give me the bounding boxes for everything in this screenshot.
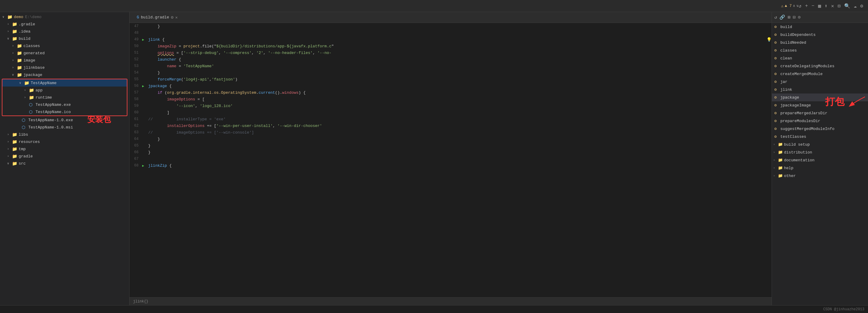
tree-item-classes[interactable]: › 📁 classes [0,42,129,50]
gradle-task-jpackage[interactable]: ⚙ jpackage [772,93,868,101]
code-line-53: 53 name = 'TestAppName' [129,63,772,69]
gradle-task-build[interactable]: ⚙ build [772,23,868,31]
tree-item-build[interactable]: ∨ 📁 build [0,35,129,42]
tree-item-image[interactable]: › 📁 image [0,57,129,64]
section-icon-documentation: 📁 [778,158,784,163]
editor-tab-build-gradle[interactable]: G build.gradle ⚙ ✕ [133,12,181,23]
warning-indicator[interactable]: ⚠ ▲ 7 ∧ ∨ [781,4,799,8]
gradle-section-build-setup[interactable]: › 📁 build setup [772,141,868,148]
task-icon-prepareModulesDir: ⚙ [774,118,780,123]
warning-up-icon[interactable]: ∧ [793,4,795,8]
task-label-suggestMergedModuleInfo: suggestMergedModuleInfo [780,126,834,131]
gradle-expand-icon[interactable]: ⊞ [787,15,790,20]
code-line-48: 48 [129,30,772,36]
task-icon-jlink: ⚙ [774,87,780,92]
task-icon-build: ⚙ [774,24,780,29]
tree-item-tmp[interactable]: › 📁 tmp [0,145,129,152]
root-path: E:\demo [25,15,41,19]
section-label-help: help [784,166,793,170]
task-icon-createMergedModule: ⚙ [774,72,780,76]
tree-label-jlinkbase: jlinkbase [24,65,44,70]
tab-settings-icon[interactable]: ⚙ [171,15,173,20]
tab-close-btn[interactable]: ✕ [175,15,178,20]
code-content[interactable]: 47 } 48 49 ▶ jlink { 💡 [129,23,772,297]
tree-label-resources: resources [19,140,40,144]
warning-icon: ⚠ [781,4,784,8]
task-icon-prepareMergedJarsDir: ⚙ [774,111,780,115]
tree-item-libs[interactable]: › 📁 libs [0,131,129,138]
gradle-filter-icon[interactable]: ⊙ [798,15,801,20]
gradle-task-buildNeeded[interactable]: ⚙ buildNeeded [772,38,868,47]
add-icon[interactable]: + [805,3,808,9]
tree-label-gradle: .gradle [19,22,35,27]
section-label-other: other [784,174,796,178]
gradle-task-jpackageImage[interactable]: ⚙ jpackageImage [772,101,868,109]
gradle-task-suggestMergedModuleInfo[interactable]: ⚙ suggestMergedModuleInfo [772,125,868,133]
tree-item-runtime[interactable]: › 📁 runtime [2,94,127,101]
gradle-collapse-icon[interactable]: ⊟ [793,15,796,20]
gradle-section-other[interactable]: › 📁 other [772,172,868,180]
code-line-64: 64 } [129,136,772,142]
tree-root[interactable]: ∨ 📁 demo E:\demo [0,13,129,21]
gradle-task-createDelegatingModules[interactable]: ⚙ createDelegatingModules [772,62,868,70]
tree-item-jpackage[interactable]: ∨ 📁 jpackage [0,71,129,78]
task-label-buildNeeded: buildNeeded [780,40,806,45]
root-label: demo [14,15,23,19]
tree-item-app[interactable]: › 📁 app [2,87,127,94]
tree-item-TestAppName-10-exe[interactable]: ⬡ TestAppName-1.0.exe ← [0,116,129,124]
tree-item-TestAppName-exe[interactable]: ⬡ TestAppName.exe [2,101,127,108]
tree-label-TestAppName: TestAppName [31,81,57,85]
task-icon-clean: ⚙ [774,56,780,61]
tree-item-resources[interactable]: › 📁 resources [0,138,129,145]
tree-label-tmp: tmp [19,147,26,151]
gradle-task-prepareMergedJarsDir[interactable]: ⚙ prepareMergedJarsDir [772,109,868,117]
cloud-icon[interactable]: ☁ [854,3,857,9]
tree-item-generated[interactable]: › 📁 generated [0,50,129,57]
gradle-tasks-list: ⚙ build ⚙ buildDependents ⚙ buildNeeded … [772,23,868,305]
tree-item-TestAppName-10-msi[interactable]: ⬡ TestAppName-1.0.msi ← [0,124,129,131]
task-icon-jpackageImage: ⚙ [774,103,780,108]
task-icon-classes: ⚙ [774,48,780,53]
gradle-task-clean[interactable]: ⚙ clean [772,54,868,62]
search-icon[interactable]: 🔍 [844,3,850,9]
code-line-49: 49 ▶ jlink { 💡 [129,36,772,43]
minus-icon[interactable]: − [812,3,815,9]
tree-label-runtime: runtime [35,95,52,100]
gradle-section-help[interactable]: › 📁 help [772,164,868,172]
up-icon[interactable]: ⬆ [825,3,828,9]
gradle-task-buildDependents[interactable]: ⚙ buildDependents [772,31,868,38]
lightbulb-icon[interactable]: 💡 [767,37,772,42]
tree-label-gradle2: gradle [19,154,33,159]
warning-down-icon[interactable]: ∨ [796,4,799,8]
tree-item-gradle2[interactable]: › 📁 gradle [0,152,129,160]
tree-item-TestAppName[interactable]: ∨ 📁 TestAppName [2,79,127,87]
tree-item-src[interactable]: ∨ 📁 src [0,160,129,167]
tree-item-jlinkbase[interactable]: › 📁 jlinkbase [0,64,129,71]
code-line-57: 57 if (org.gradle.internal.os.OperatingS… [129,89,772,96]
settings-icon[interactable]: ⚙ [860,3,863,9]
gradle-refresh-icon[interactable]: ↺ [774,15,777,20]
gradle-section-distribution[interactable]: › 📁 distribution [772,148,868,156]
gradle-task-createMergedModule[interactable]: ⚙ createMergedModule [772,70,868,78]
status-bar: CSDN @jinhuazhe2013 [0,305,868,313]
code-editor: G build.gradle ⚙ ✕ 47 } 48 [129,12,772,305]
code-line-47: 47 } [129,23,772,30]
grid-icon[interactable]: ▦ [818,3,821,9]
task-label-createDelegatingModules: createDelegatingModules [780,64,834,68]
gradle-task-classes[interactable]: ⚙ classes [772,47,868,54]
gradle-section-documentation[interactable]: › 📁 documentation [772,156,868,164]
editor-header: G build.gradle ⚙ ✕ [129,12,772,23]
gradle-task-prepareModulesDir[interactable]: ⚙ prepareModulesDir [772,117,868,125]
refresh-icon[interactable]: ↺ [799,3,801,9]
code-line-67: 67 [129,155,772,162]
gradle-task-testClasses[interactable]: ⚙ testClasses [772,133,868,141]
gradle-link-icon[interactable]: 🔗 [779,15,785,20]
panel-icon[interactable]: ⊟ [838,3,841,9]
tree-item-idea[interactable]: › 📁 .idea [0,28,129,35]
gradle-task-jar[interactable]: ⚙ jar [772,78,868,86]
close-icon[interactable]: ✕ [831,3,834,9]
section-icon-help: 📁 [778,166,784,170]
tree-item-gradle[interactable]: › 📁 .gradle [0,21,129,28]
tree-item-TestAppName-ico[interactable]: ⬡ TestAppName.ico [2,108,127,115]
gradle-task-jlink[interactable]: ⚙ jlink [772,86,868,93]
